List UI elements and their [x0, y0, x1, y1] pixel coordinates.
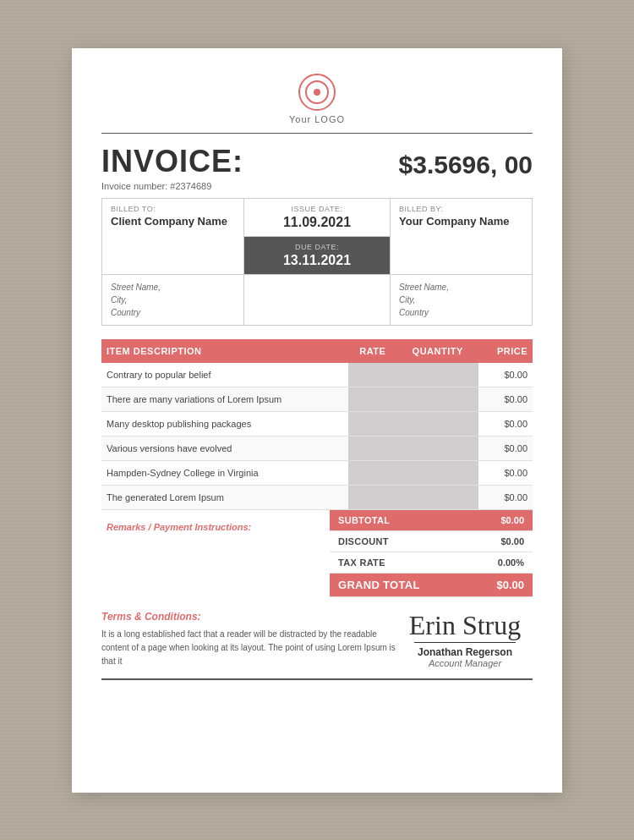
invoice-number: Invoice number: #2374689: [101, 181, 533, 191]
items-table: ITEM DESCRIPTION RATE QUANTITY PRICE Con…: [101, 339, 533, 510]
table-row: Hampden-Sydney College in Virginia $0.00: [101, 461, 533, 486]
item-description: Various versions have evolved: [101, 436, 348, 461]
tax-row: TAX RATE 0.00%: [330, 552, 533, 574]
signer-name: Jonathan Regerson: [397, 646, 533, 658]
item-price: $0.00: [478, 387, 533, 412]
item-quantity: [397, 461, 478, 486]
company-address: Street Name,City,Country: [399, 281, 523, 319]
signature-column: Erin Strug Jonathan Regerson Account Man…: [397, 612, 533, 668]
item-description: There are many variations of Lorem Ipsum: [101, 387, 348, 412]
billed-to-label: BILLED TO:: [111, 205, 235, 213]
table-row: There are many variations of Lorem Ipsum…: [101, 387, 533, 412]
issue-date-label: ISSUE DATE:: [253, 205, 381, 213]
table-body: Contrary to popular belief $0.00 There a…: [101, 363, 533, 510]
due-date-label: DUE DATE:: [253, 243, 381, 251]
item-price: $0.00: [478, 461, 533, 486]
dates-cell: ISSUE DATE: 11.09.2021 DUE DATE: 13.11.2…: [243, 199, 390, 275]
signer-title: Account Manager: [397, 658, 533, 668]
discount-row: DISCOUNT $0.00: [330, 531, 533, 552]
terms-text: It is a long established fact that a rea…: [101, 628, 397, 668]
client-name: Client Company Name: [111, 215, 235, 228]
item-price: $0.00: [478, 412, 533, 436]
terms-column: Terms & Conditions: It is a long establi…: [101, 611, 397, 668]
subtotal-label: SUBTOTAL: [338, 515, 390, 525]
totals-area: Remarks / Payment Instructions: SUBTOTAL…: [101, 510, 533, 597]
item-price: $0.00: [478, 363, 533, 387]
grand-total-value: $0.00: [496, 579, 524, 591]
logo-icon: [298, 74, 336, 111]
remarks-label: Remarks / Payment Instructions:: [107, 522, 251, 532]
billed-by-label: BILLED BY:: [399, 205, 523, 213]
company-name: Your Company Name: [399, 215, 523, 228]
invoice-title: INVOICE:: [101, 144, 243, 179]
item-quantity: [397, 387, 478, 412]
item-rate: [348, 486, 396, 510]
item-quantity: [397, 412, 478, 436]
signature-image: Erin Strug: [397, 612, 533, 639]
company-address-cell: Street Name,City,Country: [391, 275, 533, 326]
discount-value: $0.00: [500, 536, 524, 546]
item-description: Contrary to popular belief: [101, 363, 348, 387]
table-row: The generated Lorem Ipsum $0.00: [101, 486, 533, 510]
totals-section: SUBTOTAL $0.00 DISCOUNT $0.00 TAX RATE 0…: [330, 510, 533, 597]
client-address: Street Name,City,Country: [111, 281, 235, 319]
item-description: The generated Lorem Ipsum: [101, 486, 348, 510]
col-description: ITEM DESCRIPTION: [101, 339, 348, 363]
dates-spacer: [243, 275, 390, 326]
item-price: $0.00: [478, 486, 533, 510]
invoice-amount: $3.5696, 00: [399, 151, 533, 179]
subtotal-row: SUBTOTAL $0.00: [330, 510, 533, 531]
item-quantity: [397, 436, 478, 461]
issue-date-value: 11.09.2021: [253, 215, 381, 230]
table-header: ITEM DESCRIPTION RATE QUANTITY PRICE: [101, 339, 533, 363]
footer-row: Terms & Conditions: It is a long establi…: [101, 611, 533, 668]
table-row: Various versions have evolved $0.00: [101, 436, 533, 461]
item-description: Hampden-Sydney College in Virginia: [101, 461, 348, 486]
due-date-section: DUE DATE: 13.11.2021: [244, 237, 390, 274]
billing-info-table: BILLED TO: Client Company Name ISSUE DAT…: [101, 198, 533, 326]
invoice-title-row: INVOICE: $3.5696, 00: [101, 144, 533, 179]
client-address-cell: Street Name,City,Country: [102, 275, 244, 326]
grand-total-row: GRAND TOTAL $0.00: [330, 574, 533, 597]
item-quantity: [397, 486, 478, 510]
invoice-number-label: Invoice number:: [101, 181, 167, 191]
table-row: Many desktop publishing packages $0.00: [101, 412, 533, 436]
discount-label: DISCOUNT: [338, 536, 389, 546]
header-divider: [101, 133, 533, 135]
issue-date-section: ISSUE DATE: 11.09.2021: [244, 199, 390, 237]
col-quantity: QUANTITY: [397, 339, 478, 363]
remarks-section: Remarks / Payment Instructions:: [101, 510, 330, 597]
item-quantity: [397, 363, 478, 387]
item-rate: [348, 363, 396, 387]
item-rate: [348, 436, 396, 461]
logo-text: Your LOGO: [289, 114, 345, 124]
item-description: Many desktop publishing packages: [101, 412, 348, 436]
col-price: PRICE: [478, 339, 533, 363]
item-price: $0.00: [478, 436, 533, 461]
invoice-number-value: #2374689: [170, 181, 211, 191]
billed-to-cell: BILLED TO: Client Company Name: [102, 199, 244, 275]
terms-label: Terms & Conditions:: [101, 611, 397, 623]
item-rate: [348, 412, 396, 436]
subtotal-value: $0.00: [500, 515, 524, 525]
invoice-document: Your LOGO INVOICE: $3.5696, 00 Invoice n…: [72, 48, 562, 793]
tax-label: TAX RATE: [338, 557, 385, 568]
billed-by-cell: BILLED BY: Your Company Name: [391, 199, 533, 275]
invoice-header: Your LOGO: [101, 74, 533, 124]
col-rate: RATE: [348, 339, 396, 363]
item-rate: [348, 461, 396, 486]
item-rate: [348, 387, 396, 412]
grand-total-label: GRAND TOTAL: [338, 579, 420, 591]
due-date-value: 13.11.2021: [253, 253, 381, 268]
tax-value: 0.00%: [498, 557, 524, 568]
footer-divider: [101, 678, 533, 680]
table-row: Contrary to popular belief $0.00: [101, 363, 533, 387]
